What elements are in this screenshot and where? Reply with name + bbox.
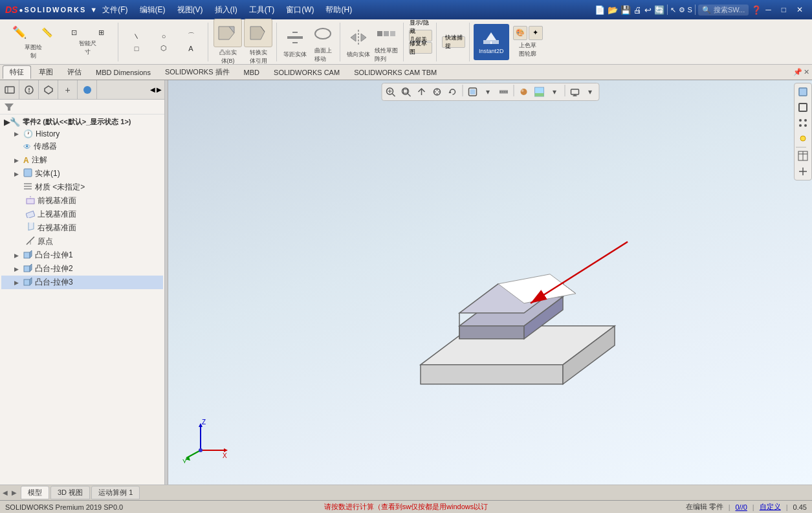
quick-snap-btn[interactable]: 快速捕捉 [442,36,465,48]
new-file-icon[interactable]: 📄 [595,5,605,15]
linear-array-btn[interactable] [373,21,399,47]
tree-item-boss1[interactable]: ▶ 凸台-拉伸1 [1,248,163,262]
close-panel-icon[interactable]: ✕ [804,68,809,76]
vp-pan-btn[interactable] [430,85,444,99]
rmt-vertices-btn[interactable] [796,116,810,130]
tree-root-item[interactable]: ▶ 🔧 零件2 (默认<<默认>_显示状态 1>) [1,116,163,128]
mirror-btn[interactable] [346,25,371,50]
vp-display-btn[interactable] [567,85,582,99]
arc-btn[interactable]: ⌒ [178,30,204,42]
close-button[interactable]: ✕ [793,4,807,16]
line-btn[interactable]: / [124,30,149,42]
save-icon[interactable]: 💾 [620,5,631,15]
rebuild-icon[interactable]: 🔄 [654,5,664,15]
status-custom[interactable]: 自定义 [760,502,781,512]
panel-tab-featuremgr[interactable] [0,80,19,99]
dim2-btn[interactable]: ⊞ [88,27,114,38]
tree-item-top-plane[interactable]: 上视基准面 [1,208,163,221]
tree-item-origin[interactable]: 原点 [1,235,163,248]
tree-item-history[interactable]: ▶ 🕐 History [1,128,163,140]
rmt-faces-btn[interactable] [796,85,810,99]
pin-panel-icon[interactable]: 📌 [793,68,802,76]
vp-view-orient-btn[interactable]: ▾ [481,85,495,99]
tree-item-sensors[interactable]: 👁 传感器 [1,140,163,153]
appearance-btn[interactable]: ✦ [529,26,543,40]
btab-motion1[interactable]: 运动算例 1 [91,486,140,499]
vp-rotate-btn[interactable] [445,85,459,99]
tab-mbd-dimensions[interactable]: MBD Dimensions [89,67,157,78]
equal-extrude-btn[interactable] [282,25,308,50]
tab-sw-cam[interactable]: SOLIDWORKS CAM [267,67,346,78]
polygon-btn[interactable]: ⬡ [151,43,177,54]
boss-extrude-preview-btn[interactable] [214,19,242,47]
tab-sw-cam-tbm[interactable]: SOLIDWORKS CAM TBM [347,67,443,78]
open-file-icon[interactable]: 📂 [608,5,618,15]
panel-tab-propmgr[interactable] [19,80,39,99]
menu-file[interactable]: 文件(F) [97,3,133,17]
panel-tab-displaymgr[interactable]: + [58,80,78,99]
menu-tools[interactable]: 工具(T) [244,3,280,17]
tab-sketch[interactable]: 草图 [32,66,60,78]
surface-btn[interactable] [310,21,336,47]
viewport-toolbar: ▾ ▾ ▾ [381,83,599,101]
s-icon[interactable]: S [688,6,692,14]
vp-scene-btn[interactable] [532,85,546,99]
menu-window[interactable]: 窗口(W) [281,3,319,17]
help-question-icon[interactable]: ❓ [751,5,762,15]
intelligent-dim-btn[interactable]: ⊡ [61,27,87,38]
undo-icon[interactable]: ↩ [644,5,652,15]
menu-help[interactable]: 帮助(H) [320,3,357,17]
search-box[interactable]: 🔍 搜索SW... [698,5,749,16]
vp-section-view-btn[interactable] [496,85,510,99]
vp-zoom-area-btn[interactable] [399,85,413,99]
smart-dimension-btn[interactable]: 📏 [34,24,60,42]
panel-tab-configmgr[interactable] [39,80,58,99]
print-icon[interactable]: 🖨 [633,5,642,15]
bottom-next-icon[interactable]: ▶ [12,489,17,496]
tab-evaluate[interactable]: 评估 [61,66,88,78]
panel-next-icon[interactable]: ▶ [157,86,162,93]
instant2d-button[interactable]: Instant2D [474,24,509,60]
tab-mbd[interactable]: MBD [237,67,266,78]
rmt-lights-btn[interactable] [796,131,810,146]
menu-insert[interactable]: 插入(I) [210,3,243,17]
circle-btn[interactable]: ○ [151,30,177,42]
sketch-draw-btn[interactable]: ✏️ [6,24,32,42]
tree-item-solid-bodies[interactable]: ▶ 实体(1) [1,167,163,180]
bottom-prev-icon[interactable]: ◀ [3,489,8,496]
repair-sketch-btn[interactable]: 修复草图 [409,42,432,54]
vp-zoom-fit-btn[interactable] [383,85,397,99]
vp-display-mode-btn[interactable] [465,85,479,99]
color-fill-btn[interactable]: 🎨 [513,26,527,40]
minimize-button[interactable]: ─ [762,4,775,16]
rmt-table-btn[interactable] [796,149,810,163]
tree-item-annotations[interactable]: ▶ A 注解 [1,153,163,167]
menu-edit[interactable]: 编辑(E) [135,3,171,17]
tree-item-boss2[interactable]: ▶ 凸台-拉伸2 [1,262,163,276]
vp-more2-btn[interactable]: ▾ [583,85,597,99]
vp-appearance-btn[interactable] [516,85,531,99]
tree-item-right-plane[interactable]: 右视基准面 [1,221,163,235]
status-link[interactable]: 0//0 [736,503,747,511]
panel-prev-icon[interactable]: ◀ [150,86,155,93]
maximize-button[interactable]: □ [778,4,790,16]
cursor-icon[interactable]: ↖ [670,6,676,14]
text-btn[interactable]: A [178,43,204,54]
rmt-edges-btn[interactable] [796,100,810,115]
options-icon[interactable]: ⚙ [679,6,685,14]
tree-item-material[interactable]: 材质 <未指定> [1,180,163,194]
tree-item-boss3[interactable]: ▶ 凸台-拉伸3 [1,276,163,289]
transform-btn[interactable] [244,19,272,47]
tree-item-front-plane[interactable]: 前视基准面 [1,194,163,208]
panel-tab-appearance[interactable] [78,80,97,99]
menu-view[interactable]: 视图(V) [172,3,208,17]
rect-btn[interactable]: □ [124,43,149,54]
vp-more-btn[interactable]: ▾ [547,85,562,99]
tab-features[interactable]: 特征 [3,65,31,79]
tab-sw-plugins[interactable]: SOLIDWORKS 插件 [159,66,236,78]
btab-model[interactable]: 模型 [21,486,49,499]
rmt-arrows-btn[interactable] [796,164,810,179]
vp-zoom-prev-btn[interactable] [414,85,428,99]
btab-3dview[interactable]: 3D 视图 [50,486,90,499]
viewport[interactable]: ▾ ▾ ▾ [168,80,812,485]
